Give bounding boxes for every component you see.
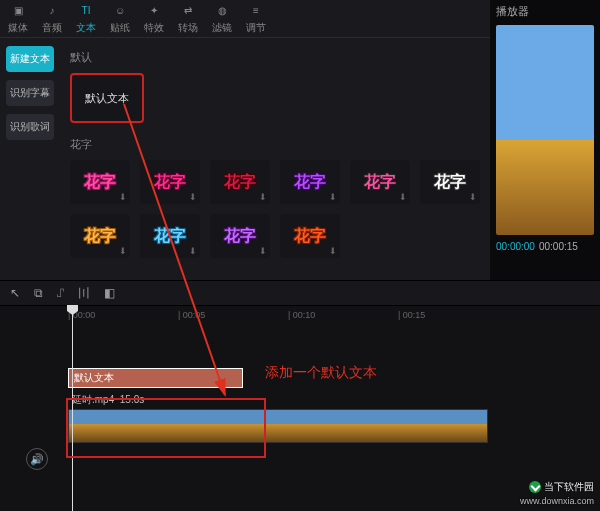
tab-audio[interactable]: ♪音频 [42,3,62,35]
sidebar-item-1[interactable]: 识别字幕 [6,80,54,106]
tab-text[interactable]: TI文本 [76,3,96,35]
mute-button[interactable]: 🔊 [26,448,48,470]
sticker-icon: ☺ [112,3,128,19]
tab-filter[interactable]: ◍滤镜 [212,3,232,35]
flower-thumb-7[interactable]: 花字⬇ [140,214,200,258]
download-icon: ⬇ [329,246,337,256]
player-time: 00:00:0000:00:15 [496,241,594,252]
sidebar-item-2[interactable]: 识别歌词 [6,114,54,140]
download-icon: ⬇ [119,246,127,256]
download-icon: ⬇ [399,192,407,202]
tool-1[interactable]: ⧉ [34,286,43,300]
player-title: 播放器 [496,4,594,19]
player-current-time: 00:00:00 [496,241,535,252]
effect-icon: ✦ [146,3,162,19]
section-default-label: 默认 [70,50,480,65]
text-icon: TI [78,3,94,19]
flower-thumb-3[interactable]: 花字⬇ [280,160,340,204]
download-icon: ⬇ [329,192,337,202]
video-clip[interactable] [68,409,488,443]
download-icon: ⬇ [189,246,197,256]
default-text-thumb-label: 默认文本 [85,91,129,106]
tab-adjust[interactable]: ≡调节 [246,3,266,35]
tool-4[interactable]: ◧ [104,286,115,300]
flower-thumb-0[interactable]: 花字⬇ [70,160,130,204]
watermark: 当下软件园 www.downxia.com [520,481,594,507]
sidebar-item-0[interactable]: 新建文本 [6,46,54,72]
flower-thumb-2[interactable]: 花字⬇ [210,160,270,204]
download-icon: ⬇ [469,192,477,202]
transition-icon: ⇄ [180,3,196,19]
player-preview[interactable] [496,25,594,235]
tab-sticker[interactable]: ☺贴纸 [110,3,130,35]
download-icon: ⬇ [259,246,267,256]
tab-media[interactable]: ▣媒体 [8,3,28,35]
flower-thumb-1[interactable]: 花字⬇ [140,160,200,204]
player-duration: 00:00:15 [539,241,578,252]
text-clip[interactable]: 默认文本 [68,368,243,388]
ruler-tick: | 00:05 [178,310,205,320]
tool-2[interactable]: ⑀ [57,286,64,300]
flower-thumb-9[interactable]: 花字⬇ [280,214,340,258]
tab-effect[interactable]: ✦特效 [144,3,164,35]
playhead[interactable] [72,306,73,511]
download-icon: ⬇ [119,192,127,202]
adjust-icon: ≡ [248,3,264,19]
tool-0[interactable]: ↖ [10,286,20,300]
download-icon: ⬇ [259,192,267,202]
ruler-tick: | 00:15 [398,310,425,320]
filter-icon: ◍ [214,3,230,19]
flower-thumb-5[interactable]: 花字⬇ [420,160,480,204]
flower-thumb-8[interactable]: 花字⬇ [210,214,270,258]
section-flower-label: 花字 [70,137,480,152]
audio-icon: ♪ [44,3,60,19]
download-icon: ⬇ [189,192,197,202]
default-text-thumb[interactable]: 默认文本 [70,73,144,123]
tab-transition[interactable]: ⇄转场 [178,3,198,35]
flower-thumb-4[interactable]: 花字⬇ [350,160,410,204]
video-clip-label: 延时.mp4 15.0s [68,391,600,409]
timeline-ruler[interactable]: | 00:00| 00:05| 00:10| 00:15 [68,306,600,328]
flower-thumb-6[interactable]: 花字⬇ [70,214,130,258]
ruler-tick: | 00:10 [288,310,315,320]
media-icon: ▣ [10,3,26,19]
check-icon [529,481,541,493]
tool-3[interactable]: 〣 [78,285,90,302]
